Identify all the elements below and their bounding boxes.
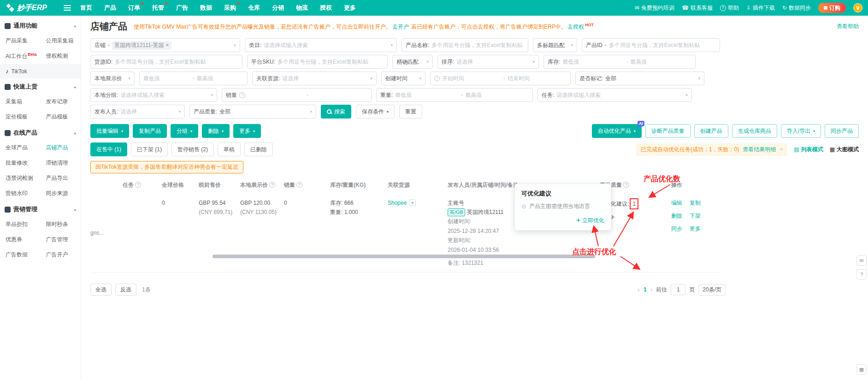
- view-help-link[interactable]: 查看帮助: [832, 23, 859, 30]
- stock-min-input[interactable]: [562, 59, 624, 65]
- sidebar-item-product-export[interactable]: 产品导出: [41, 171, 81, 186]
- nav-item-hosting[interactable]: 托管: [152, 4, 164, 12]
- tab-deleted[interactable]: 已删除: [244, 142, 273, 156]
- training-link[interactable]: ✉免费预约培训: [635, 4, 674, 12]
- avatar[interactable]: V: [853, 3, 862, 12]
- price-min-input[interactable]: [143, 75, 190, 82]
- platform-sku-filter[interactable]: 平台SKU:: [247, 55, 388, 69]
- prev-page-icon[interactable]: ‹: [638, 286, 640, 293]
- floating-widget-icon[interactable]: ▦: [856, 364, 867, 374]
- group-button[interactable]: 分组▾: [171, 124, 198, 138]
- goto-page-input[interactable]: [671, 284, 685, 295]
- sidebar-item-coupon[interactable]: 优惠券: [0, 232, 41, 247]
- publisher-select[interactable]: 发布人员: ▾: [90, 105, 185, 119]
- next-page-icon[interactable]: ›: [650, 286, 653, 293]
- tab-delisted[interactable]: 已下架 (1): [131, 142, 168, 156]
- section-online-products[interactable]: 在线产品 ▴: [0, 125, 81, 140]
- platform-sku-input[interactable]: [278, 59, 384, 65]
- sales-filter[interactable]: 销量 ? -: [222, 88, 372, 102]
- nav-item-product[interactable]: 产品: [104, 4, 116, 12]
- sync-product-button[interactable]: 同步产品: [825, 124, 859, 138]
- optimize-now-button[interactable]: ✈ 立即优化: [521, 217, 604, 225]
- menu-toggle-icon[interactable]: [64, 5, 71, 11]
- copy-link[interactable]: 复制: [690, 198, 701, 208]
- related-resource-input[interactable]: [282, 75, 368, 82]
- help-link[interactable]: ?帮助: [720, 4, 739, 12]
- page-size-select[interactable]: 20条/页: [698, 284, 726, 296]
- nav-item-more[interactable]: 更多: [344, 4, 356, 12]
- contact-support-link[interactable]: ☎联系客服: [682, 4, 713, 12]
- sidebar-item-product-collect[interactable]: 产品采集: [0, 33, 41, 48]
- local-group-select[interactable]: 本地分组: ▾: [90, 88, 217, 102]
- weight-max-input[interactable]: [465, 92, 529, 98]
- weight-filter[interactable]: 重量: -: [376, 88, 533, 102]
- nav-item-ads[interactable]: 广告: [176, 4, 188, 12]
- sidebar-item-ai-workbench[interactable]: AI工作台Beta: [0, 48, 41, 64]
- sidebar-item-ad-management[interactable]: 广告管理: [41, 232, 81, 247]
- category-input[interactable]: [264, 42, 388, 48]
- horizontal-scrollbar[interactable]: [213, 255, 595, 258]
- select-all-button[interactable]: 全选: [90, 284, 112, 296]
- stock-filter[interactable]: 库存: -: [543, 55, 696, 69]
- delete-link[interactable]: 删除: [671, 211, 682, 220]
- sidebar-item-tiktok[interactable]: ♪TikTok: [0, 64, 81, 78]
- sidebar-item-ad-data[interactable]: 广告数据: [0, 247, 41, 262]
- local-group-input[interactable]: [120, 92, 208, 98]
- sidebar-item-global-products[interactable]: 全球产品: [0, 140, 41, 155]
- generate-warehouse-button[interactable]: 生成仓库商品: [732, 124, 777, 138]
- floating-help-icon[interactable]: ?: [856, 269, 867, 279]
- sales-min-input[interactable]: [248, 92, 304, 98]
- section-general-functions[interactable]: 通用功能 ▴: [0, 18, 81, 33]
- brand-logo[interactable]: 妙手ERP: [6, 3, 47, 13]
- authorize-link[interactable]: 去授权: [567, 24, 584, 30]
- price-max-input[interactable]: [197, 75, 244, 82]
- data-sync-link[interactable]: ↻数据同步: [782, 4, 811, 12]
- auto-optimize-button[interactable]: 自动优化产品▾: [592, 124, 642, 138]
- open-account-link[interactable]: 去开户: [392, 24, 409, 30]
- subscribe-button[interactable]: 订购: [818, 3, 846, 13]
- list-mode-toggle[interactable]: ▤列表模式: [794, 146, 823, 154]
- sidebar-item-banned-words-check[interactable]: 违禁词检测: [0, 171, 41, 186]
- task-select[interactable]: 任务: ▾: [537, 88, 692, 102]
- nav-item-data[interactable]: 数据: [200, 4, 212, 12]
- stock-max-input[interactable]: [630, 59, 691, 65]
- save-condition-button[interactable]: 保存条件▾: [356, 105, 395, 119]
- local-price-range[interactable]: -: [139, 71, 248, 85]
- sidebar-item-ad-account-opening[interactable]: 广告开户: [41, 247, 81, 262]
- tab-on-sale[interactable]: 在售中 (1): [90, 142, 127, 156]
- related-resource-select[interactable]: 关联资源: ▾: [252, 71, 377, 85]
- product-id-input[interactable]: [609, 42, 716, 48]
- source-id-input[interactable]: [115, 59, 238, 65]
- sidebar-item-product-template[interactable]: 产品模板: [41, 109, 81, 125]
- nav-item-purchase[interactable]: 采购: [224, 4, 236, 12]
- shop-filter[interactable]: 店铺 ▾ 英国跨境12111-英国× ▾: [90, 38, 240, 52]
- shop-tag[interactable]: 英国跨境12111-英国×: [112, 41, 171, 50]
- nav-item-order[interactable]: 订单: [128, 4, 140, 12]
- tab-draft[interactable]: 草稿: [218, 142, 241, 156]
- nav-item-logistics[interactable]: 物流: [296, 4, 308, 12]
- create-product-button[interactable]: 创建产品: [694, 124, 728, 138]
- sync-link[interactable]: 同步: [671, 224, 682, 233]
- current-page[interactable]: 1: [644, 286, 647, 293]
- delist-link[interactable]: 下架: [690, 211, 701, 220]
- exact-match-select[interactable]: 精确匹配 ▾: [392, 55, 433, 69]
- marked-select[interactable]: 是否标记: 全部 ▾: [575, 71, 704, 85]
- reset-button[interactable]: 重置: [399, 105, 422, 119]
- section-quick-listing[interactable]: 快速上货 ▴: [0, 78, 81, 94]
- nav-item-distribution[interactable]: 分销: [272, 4, 284, 12]
- category-filter[interactable]: 类目: ▾: [245, 38, 397, 52]
- sidebar-item-batch-edit[interactable]: 批量修改: [0, 155, 41, 171]
- task-input[interactable]: [556, 92, 683, 98]
- sidebar-item-slow-moving-cleanup[interactable]: 滞销清理: [41, 155, 81, 171]
- source-id-filter[interactable]: 货源ID:: [90, 55, 242, 69]
- batch-edit-button[interactable]: 批量编辑▾: [90, 124, 129, 138]
- sidebar-item-pricing-template[interactable]: 定价模板: [0, 109, 41, 125]
- close-icon[interactable]: ×: [166, 42, 169, 48]
- more-link[interactable]: 更多: [690, 224, 701, 233]
- product-id-filter[interactable]: 产品ID ▾: [582, 38, 720, 52]
- close-icon[interactable]: ×: [779, 146, 783, 153]
- section-marketing[interactable]: 营销管理 ▴: [0, 201, 81, 217]
- view-result-detail-link[interactable]: 查看结果明细: [743, 146, 776, 154]
- sidebar-item-sync-source[interactable]: 同步来源: [41, 186, 81, 201]
- product-name-input[interactable]: [431, 42, 524, 48]
